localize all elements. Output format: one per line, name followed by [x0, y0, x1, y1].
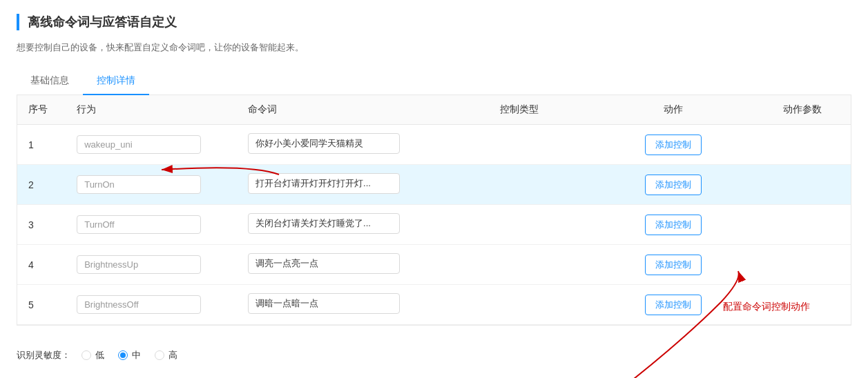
page-subtitle: 想要控制自己的设备，快来配置自定义命令词吧，让你的设备智能起来。 — [17, 41, 851, 54]
action-cell: 添加控制 — [592, 205, 754, 245]
behavior-input[interactable]: TurnOff — [77, 215, 201, 234]
tabs-bar: 基础信息 控制详情 — [17, 68, 851, 95]
add-control-button[interactable]: 添加控制 — [645, 175, 702, 195]
table-row: 3 TurnOff 关闭台灯请关灯关灯睡觉了... 添加控制 — [17, 205, 851, 245]
page-title: 离线命令词与应答语自定义 — [28, 14, 177, 30]
add-control-button[interactable]: 添加控制 — [645, 135, 702, 155]
sensitivity-low[interactable]: 低 — [81, 349, 104, 361]
behavior-cell: BrightnessOff — [66, 285, 237, 325]
action-param-cell — [754, 125, 851, 165]
command-input[interactable]: 你好小美小爱同学天猫精灵 — [248, 133, 400, 154]
col-header-type: 控制类型 — [447, 95, 592, 125]
behavior-cell: TurnOn — [66, 165, 237, 205]
add-control-button[interactable]: 添加控制 — [645, 295, 702, 315]
annotation-text-control-action: 配置命令词控制动作 — [723, 301, 810, 313]
behavior-cell: BrightnessUp — [66, 245, 237, 285]
seq-cell: 1 — [17, 125, 66, 165]
action-cell: 添加控制 — [592, 165, 754, 205]
seq-cell: 2 — [17, 165, 66, 205]
radio-high-circle — [155, 350, 164, 360]
sensitivity-section: 识别灵敏度： 低 中 高 — [17, 339, 851, 364]
seq-cell: 5 — [17, 285, 66, 325]
col-header-seq: 序号 — [17, 95, 66, 125]
behavior-input[interactable]: wakeup_uni — [77, 135, 201, 154]
tab-control[interactable]: 控制详情 — [83, 68, 149, 95]
behavior-input[interactable]: BrightnessUp — [77, 255, 201, 274]
col-header-behavior: 行为 — [66, 95, 237, 125]
command-input[interactable]: 打开台灯请开灯开灯打开灯... — [248, 173, 400, 194]
col-header-action-param: 动作参数 — [754, 95, 851, 125]
add-control-button[interactable]: 添加控制 — [645, 255, 702, 275]
tab-basic[interactable]: 基础信息 — [17, 68, 83, 95]
behavior-input[interactable]: TurnOn — [77, 175, 201, 194]
command-input[interactable]: 调暗一点暗一点 — [248, 293, 400, 314]
sensitivity-radio-group: 低 中 高 — [81, 349, 177, 361]
col-header-command: 命令词 — [237, 95, 447, 125]
command-cell: 关闭台灯请关灯关灯睡觉了... — [237, 205, 447, 245]
seq-cell: 4 — [17, 245, 66, 285]
type-cell — [447, 245, 592, 285]
action-param-cell — [754, 245, 851, 285]
type-cell — [447, 165, 592, 205]
radio-low-circle — [81, 350, 91, 360]
sensitivity-high[interactable]: 高 — [155, 349, 177, 361]
data-table: 序号 行为 命令词 控制类型 动作 动作参数 1 wakeup_uni — [17, 95, 851, 326]
command-cell: 调亮一点亮一点 — [237, 245, 447, 285]
command-cell: 你好小美小爱同学天猫精灵 — [237, 125, 447, 165]
action-cell: 添加控制 — [592, 125, 754, 165]
behavior-cell: TurnOff — [66, 205, 237, 245]
add-control-button[interactable]: 添加控制 — [645, 215, 702, 235]
sensitivity-mid[interactable]: 中 — [118, 349, 141, 361]
type-cell — [447, 125, 592, 165]
command-cell: 打开台灯请开灯开灯打开灯... — [237, 165, 447, 205]
command-input[interactable]: 关闭台灯请关灯关灯睡觉了... — [248, 213, 400, 234]
command-input[interactable]: 调亮一点亮一点 — [248, 253, 400, 274]
type-cell — [447, 205, 592, 245]
action-param-cell — [754, 205, 851, 245]
table-row: 2 TurnOn 打开台灯请开灯开灯打开灯... 添加控制 — [17, 165, 851, 205]
behavior-cell: wakeup_uni — [66, 125, 237, 165]
sensitivity-low-label: 低 — [95, 349, 104, 361]
behavior-input[interactable]: BrightnessOff — [77, 295, 201, 314]
sensitivity-label: 识别灵敏度： — [17, 349, 70, 361]
table-row: 1 wakeup_uni 你好小美小爱同学天猫精灵 添加控制 — [17, 125, 851, 165]
sensitivity-high-label: 高 — [168, 349, 177, 361]
radio-mid-circle — [118, 350, 128, 360]
command-cell: 调暗一点暗一点 — [237, 285, 447, 325]
seq-cell: 3 — [17, 205, 66, 245]
col-header-action: 动作 — [592, 95, 754, 125]
type-cell — [447, 285, 592, 325]
action-cell: 添加控制 — [592, 245, 754, 285]
sensitivity-mid-label: 中 — [132, 349, 141, 361]
table-row: 4 BrightnessUp 调亮一点亮一点 添加控制 — [17, 245, 851, 285]
action-param-cell — [754, 165, 851, 205]
